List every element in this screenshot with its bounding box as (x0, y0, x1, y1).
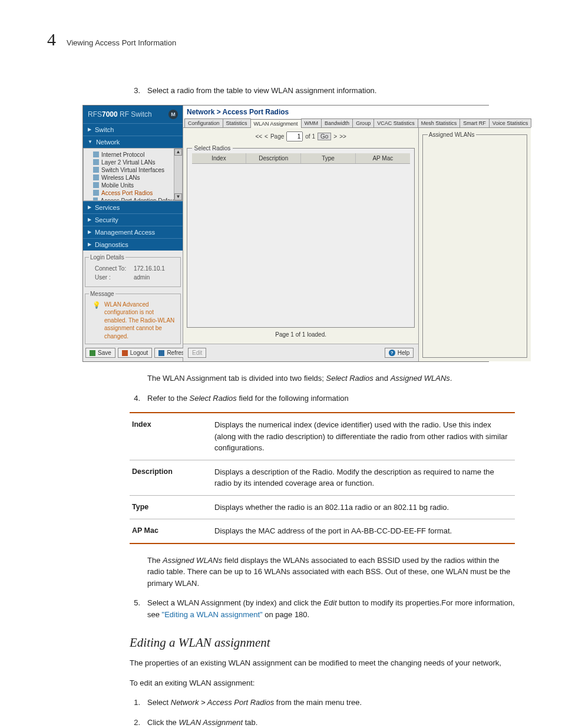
col-index[interactable]: Index (192, 153, 247, 163)
tab-statistics[interactable]: Statistics (223, 118, 251, 127)
pager-page-input[interactable] (286, 131, 303, 141)
tab-wmm[interactable]: WMM (301, 118, 322, 127)
tree-item-selected[interactable]: Access Port Radios (87, 189, 180, 197)
tree-item[interactable]: Access Port Adoption Defaults (87, 197, 180, 201)
step-number: 1. (130, 697, 140, 709)
chevron-right-icon: ▶ (88, 242, 91, 247)
chevron-right-icon: ▶ (88, 205, 91, 210)
chapter-title: Viewing Access Port Information (67, 38, 176, 47)
tree-item[interactable]: Mobile Units (87, 182, 180, 189)
tab-bandwidth[interactable]: Bandwidth (321, 118, 353, 127)
assigned-wlans-legend: Assigned WLANs (428, 131, 476, 138)
def-value: Displays the numerical index (device ide… (212, 413, 515, 460)
tab-wlan-assignment[interactable]: WLAN Assignment (250, 119, 302, 128)
tree-item[interactable]: Wireless LANs (87, 174, 180, 182)
connect-value: 172.16.10.1 (134, 265, 165, 272)
table-row: Type Displays whether the radio is an 80… (130, 495, 515, 519)
help-button[interactable]: ?Help (385, 348, 414, 358)
tree-item[interactable]: Switch Virtual Interfaces (87, 166, 180, 174)
step-number: 4. (130, 393, 140, 404)
tree-label: Access Port Radios (101, 190, 153, 196)
logout-button[interactable]: Logout (118, 348, 153, 358)
paragraph: To edit an exiting WLAN assignment: (130, 677, 515, 689)
tab-group[interactable]: Group (352, 118, 374, 127)
tree-icon (93, 197, 98, 201)
login-legend: Login Details (89, 254, 125, 261)
logout-icon (122, 350, 128, 356)
breadcrumb: Network > Access Port Radios (183, 106, 531, 118)
def-key: AP Mac (130, 519, 212, 543)
button-label: Help (398, 350, 410, 356)
nav-section-switch[interactable]: ▶Switch (83, 123, 183, 136)
pane-status: Page 1 of 1 loaded. (183, 328, 418, 344)
table-row: Index Displays the numerical index (devi… (130, 413, 515, 460)
tree-label: Wireless LANs (101, 174, 140, 181)
tab-voice-statistics[interactable]: Voice Statistics (489, 118, 532, 127)
step-number: 2. (130, 717, 140, 729)
grid-legend: Select Radios (192, 145, 233, 151)
button-label: Save (98, 350, 111, 356)
step-text: Select a radio from the table to view WL… (147, 85, 515, 97)
definition-table: Index Displays the numerical index (devi… (130, 412, 515, 544)
pager-last[interactable]: >> (339, 133, 346, 140)
refresh-icon (158, 350, 164, 356)
col-ap-mac[interactable]: AP Mac (356, 153, 410, 163)
user-label: User : (95, 274, 130, 281)
nav-section-diag[interactable]: ▶Diagnostics (83, 238, 183, 251)
col-description[interactable]: Description (246, 153, 301, 163)
pager-go-button[interactable]: Go (318, 133, 331, 140)
paragraph: The Assigned WLANs field displays the WL… (147, 555, 515, 589)
scroll-down-icon[interactable]: ▼ (174, 193, 182, 200)
def-value: Displays a description of the Radio. Mod… (212, 460, 515, 495)
tree-label: Mobile Units (101, 182, 134, 189)
pager: << < Page of 1 Go > >> (183, 128, 418, 145)
lightbulb-icon: 💡 (92, 301, 101, 341)
save-icon (90, 350, 95, 356)
nav-label: Diagnostics (95, 241, 128, 248)
scroll-up-icon[interactable]: ▲ (174, 149, 182, 156)
tree-item[interactable]: Layer 2 Virtual LANs (87, 159, 180, 166)
nav-tree: Internet Protocol Layer 2 Virtual LANs S… (83, 148, 183, 201)
paragraph: The WLAN Assignment tab is divided into … (147, 373, 515, 384)
chevron-right-icon: ▶ (88, 127, 91, 132)
tab-configuration[interactable]: Configuration (184, 118, 223, 127)
def-key: Index (130, 413, 212, 460)
pager-prev[interactable]: < (265, 133, 268, 140)
brand-prefix: RFS (88, 110, 102, 118)
step-number: 5. (130, 597, 140, 620)
tab-mesh-statistics[interactable]: Mesh Statistics (418, 118, 461, 127)
pager-next[interactable]: > (333, 133, 337, 140)
nav-section-network[interactable]: ▼Network (83, 136, 183, 148)
def-value: Displays the MAC address of the port in … (212, 519, 515, 543)
paragraph: The properties of an existing WLAN assig… (130, 657, 515, 669)
save-button[interactable]: Save (85, 348, 115, 358)
brand-suffix: RF Switch (118, 110, 152, 118)
scrollbar[interactable]: ▲▼ (174, 149, 182, 200)
tree-icon (93, 190, 99, 196)
col-type[interactable]: Type (301, 153, 356, 163)
section-heading: Editing a WLAN assignment (130, 635, 515, 650)
message-text: WLAN Advanced configuration is not enabl… (104, 301, 177, 341)
edit-button[interactable]: Edit (188, 348, 206, 358)
tab-vcac-statistics[interactable]: VCAC Statistics (373, 118, 418, 127)
chevron-right-icon: ▶ (88, 217, 91, 222)
select-radios-grid: Select Radios Index Description Type AP … (187, 145, 415, 328)
nav-label: Switch (95, 126, 114, 133)
chevron-right-icon: ▶ (88, 229, 91, 235)
def-key: Description (130, 460, 212, 495)
nav-section-mgmt[interactable]: ▶Management Access (83, 226, 183, 238)
tab-smart-rf[interactable]: Smart RF (459, 118, 490, 127)
nav-label: Management Access (95, 229, 155, 236)
connect-label: Connect To: (95, 265, 130, 272)
nav-section-security[interactable]: ▶Security (83, 213, 183, 226)
pager-first[interactable]: << (255, 133, 262, 140)
brand-logo-icon: M (168, 110, 178, 119)
nav-label: Security (95, 216, 118, 223)
cross-ref-link[interactable]: "Editing a WLAN assignment" (162, 610, 263, 619)
tree-item[interactable]: Internet Protocol (87, 151, 180, 159)
chapter-number: 4 (47, 29, 56, 50)
grid-body-empty (192, 164, 410, 294)
tree-label: Layer 2 Virtual LANs (101, 159, 156, 166)
nav-section-services[interactable]: ▶Services (83, 201, 183, 213)
tree-label: Switch Virtual Interfaces (101, 167, 164, 173)
